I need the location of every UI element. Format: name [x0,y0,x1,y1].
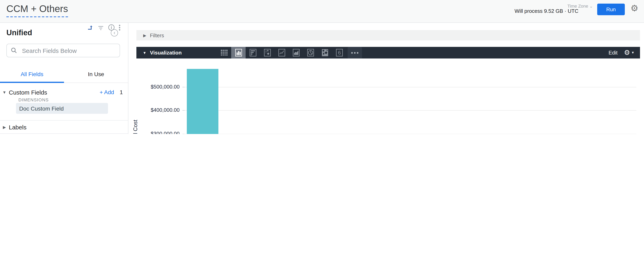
chevron-down-icon: ⌄ [590,4,593,9]
viz-type-map-icon[interactable] [318,47,332,59]
pivot-icon[interactable] [87,24,94,31]
y-axis-tick-label: $300,000.00 [132,130,180,134]
viz-type-pie-icon[interactable] [303,47,318,59]
viz-type-area-icon[interactable] [289,47,303,59]
viz-type-more-icon[interactable] [348,47,362,59]
caret-down-icon: ▼ [631,51,634,55]
gridline [185,87,636,87]
search-field-container [6,44,120,57]
bar[interactable] [187,69,218,134]
custom-fields-count: 1 [120,89,123,95]
viz-settings-gear-icon[interactable]: ⚙▼ [624,49,634,57]
caret-right-icon: ▶ [143,33,146,38]
explore-name: Unified [6,29,32,37]
gridline [185,134,636,134]
search-icon [11,47,17,54]
tab-all-fields[interactable]: All Fields [0,65,64,82]
y-axis-tick [182,110,185,111]
dimensions-group-label: DIMENSIONS [18,97,48,102]
field-picker-sidebar: Unified ‹ All Fields In Use ▼ Custom Fie… [0,23,128,134]
process-info: Will process 9.52 GB · UTC [514,8,578,14]
single-value-glyph: 6 [338,50,340,56]
filters-label: Filters [150,32,164,38]
viz-type-bar-icon[interactable] [246,47,260,59]
visualization-label: Visualization [150,50,182,56]
viz-type-picker: 6 [217,47,362,59]
search-input[interactable] [21,47,116,54]
gridline [185,110,636,111]
section-unified-table[interactable]: ▶ Unified Table 1 [0,134,128,134]
caret-down-icon: ▼ [0,90,9,94]
viz-type-column-icon[interactable] [231,47,246,59]
main-content: ▶ Filters ▼ Visualization [129,23,644,134]
kebab-menu-icon[interactable] [119,24,120,31]
timezone-dropdown[interactable]: Time Zone ⌄ [568,4,593,9]
y-axis-tick-label: $400,000.00 [132,107,180,113]
edit-button[interactable]: Edit [608,50,618,56]
visualization-toolbar: ▼ Visualization [136,47,640,59]
timezone-label: Time Zone [568,4,588,9]
viz-type-table-icon[interactable] [217,47,231,59]
caret-down-icon[interactable]: ▼ [143,51,146,55]
y-axis-tick [182,87,185,87]
sidebar-tabs: All Fields In Use [0,65,128,83]
viz-type-scatter-icon[interactable] [260,47,274,59]
filter-icon[interactable] [98,24,104,31]
run-button[interactable]: Run [597,4,625,15]
field-doc-custom-field[interactable]: Doc Custom Field [16,103,108,114]
page-title[interactable]: CCM + Others [6,3,68,17]
y-axis-tick-label: $500,000.00 [132,84,180,90]
section-custom-fields[interactable]: ▼ Custom Fields + Add 1 [0,87,128,97]
viz-type-line-icon[interactable] [274,47,289,59]
section-labels[interactable]: ▶ Labels [0,120,128,133]
tab-in-use[interactable]: In Use [64,65,128,82]
caret-right-icon: ▶ [0,125,9,129]
add-custom-field-button[interactable]: + Add [100,89,114,95]
viz-type-single-value-icon[interactable]: 6 [332,47,346,59]
explore-page: CCM + Others Time Zone ⌄ Will process 9.… [0,0,644,134]
info-icon[interactable] [108,24,115,31]
top-header: CCM + Others Time Zone ⌄ Will process 9.… [0,0,644,23]
bar-chart: Total Cost Doc Custom Field $500,000.00$… [129,59,644,134]
settings-gear-icon[interactable]: ⚙ [630,4,638,13]
y-axis-tick [182,134,185,134]
filters-expander[interactable]: ▶ Filters [136,30,640,41]
